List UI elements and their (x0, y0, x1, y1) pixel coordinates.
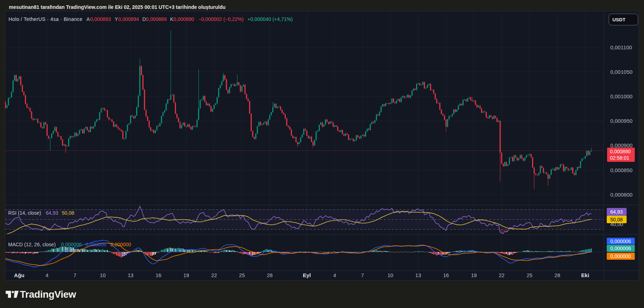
svg-text:19: 19 (471, 273, 477, 278)
svg-text:0,000890: 0,000890 (174, 16, 195, 22)
svg-text:64,93: 64,93 (46, 210, 58, 216)
svg-text:A: A (87, 16, 90, 22)
svg-text:10: 10 (100, 273, 105, 278)
svg-text:D: D (142, 16, 146, 22)
svg-text:13: 13 (415, 273, 421, 278)
svg-text:64,93: 64,93 (610, 209, 623, 215)
svg-text:RSI (14, close): RSI (14, close) (8, 210, 41, 216)
svg-text:0,000894: 0,000894 (118, 16, 139, 22)
svg-text:7: 7 (361, 273, 364, 278)
svg-text:Ağu: Ağu (14, 272, 24, 278)
svg-text:0,000950: 0,000950 (610, 118, 633, 124)
svg-text:4: 4 (46, 273, 49, 278)
svg-text:USDT: USDT (612, 17, 626, 22)
svg-text:0,001050: 0,001050 (610, 69, 633, 75)
svg-text:22: 22 (499, 273, 504, 278)
svg-text:7: 7 (73, 273, 76, 278)
svg-text:10: 10 (387, 273, 393, 278)
svg-text:Eki: Eki (581, 272, 589, 278)
svg-text:0,000006: 0,000006 (610, 238, 631, 244)
svg-text:16: 16 (155, 273, 161, 278)
svg-text:Eyl: Eyl (303, 272, 311, 278)
svg-text:22: 22 (211, 273, 217, 278)
svg-text:0,000900: 0,000900 (610, 142, 633, 148)
svg-text:4: 4 (333, 273, 336, 278)
svg-text:0,000000: 0,000000 (110, 242, 131, 247)
svg-text:0,000889: 0,000889 (146, 16, 167, 22)
svg-text:0,000000: 0,000000 (610, 253, 631, 259)
svg-text:Holo / TetherUS · 4sa · Binanc: Holo / TetherUS · 4sa · Binance (9, 16, 82, 22)
svg-text:K: K (170, 16, 174, 22)
svg-text:MACD (12, 26, close): MACD (12, 26, close) (8, 242, 56, 247)
svg-text:28: 28 (555, 273, 560, 278)
svg-text:TradingView: TradingView (20, 289, 76, 300)
svg-text:0,000850: 0,000850 (610, 167, 633, 173)
svg-text:13: 13 (128, 273, 133, 278)
svg-text:25: 25 (526, 273, 532, 278)
svg-text:0,000006: 0,000006 (610, 246, 631, 251)
svg-text:0,000890: 0,000890 (610, 149, 631, 154)
svg-text:+0,000040 (+4,71%): +0,000040 (+4,71%) (247, 16, 293, 22)
svg-text:28: 28 (267, 273, 273, 278)
svg-text:25: 25 (239, 273, 245, 278)
svg-text:0,000893: 0,000893 (90, 16, 111, 22)
svg-text:0,000800: 0,000800 (610, 192, 633, 198)
svg-text:0,000006: 0,000006 (61, 242, 82, 247)
svg-text:mesutinan81 tarafından Trading: mesutinan81 tarafından TradingView.com i… (9, 4, 225, 10)
svg-text:02:58:01: 02:58:01 (610, 155, 629, 161)
svg-text:Y: Y (115, 16, 118, 22)
svg-text:50,08: 50,08 (62, 210, 74, 216)
svg-text:0,000006: 0,000006 (86, 242, 107, 247)
svg-text:0,001000: 0,001000 (610, 93, 633, 99)
svg-text:16: 16 (443, 273, 449, 278)
svg-text:−0,000002 (−0,22%): −0,000002 (−0,22%) (198, 16, 244, 22)
svg-text:19: 19 (184, 273, 189, 278)
svg-text:50,08: 50,08 (610, 217, 623, 222)
svg-text:0,001100: 0,001100 (610, 44, 632, 50)
